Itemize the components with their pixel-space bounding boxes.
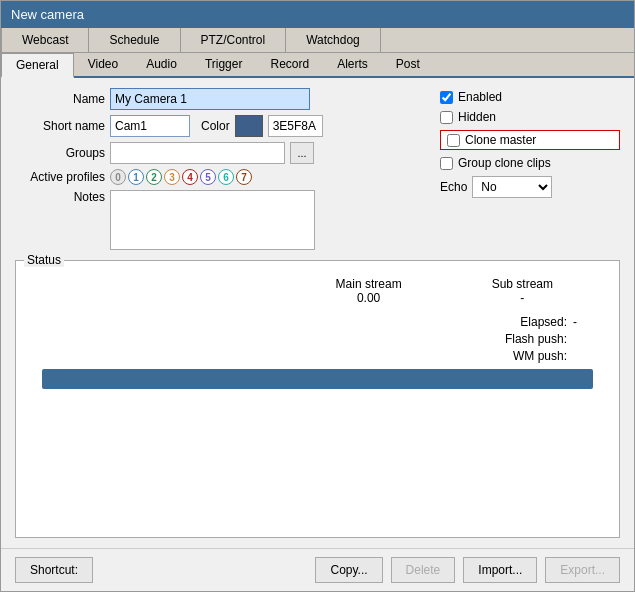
clone-master-checkbox[interactable]: [447, 134, 460, 147]
flash-push-value: [573, 332, 603, 346]
group-clone-clips-checkbox[interactable]: [440, 157, 453, 170]
profile-badge-4[interactable]: 4: [182, 169, 198, 185]
form-section: Name Short name Color Groups ...: [15, 88, 620, 250]
echo-row: Echo No Yes: [440, 176, 620, 198]
main-stream-value: 0.00: [357, 291, 380, 305]
profile-badge-1[interactable]: 1: [128, 169, 144, 185]
clone-master-label: Clone master: [465, 133, 536, 147]
import-button[interactable]: Import...: [463, 557, 537, 583]
echo-label: Echo: [440, 180, 467, 194]
tab-alerts[interactable]: Alerts: [323, 53, 382, 76]
name-input[interactable]: [110, 88, 310, 110]
short-name-label: Short name: [15, 119, 105, 133]
elapsed-key: Elapsed:: [520, 315, 567, 329]
color-label: Color: [201, 119, 230, 133]
name-label: Name: [15, 92, 105, 106]
notes-label: Notes: [15, 190, 105, 204]
content-area: Name Short name Color Groups ...: [1, 78, 634, 548]
profile-badge-2[interactable]: 2: [146, 169, 162, 185]
export-button[interactable]: Export...: [545, 557, 620, 583]
status-section-label: Status: [24, 253, 64, 267]
right-panel: Enabled Hidden Clone master Group clone …: [440, 88, 620, 250]
enabled-label: Enabled: [458, 90, 502, 104]
profile-badge-7[interactable]: 7: [236, 169, 252, 185]
hidden-label: Hidden: [458, 110, 496, 124]
profile-badge-5[interactable]: 5: [200, 169, 216, 185]
tab-post[interactable]: Post: [382, 53, 434, 76]
sub-stream-label: Sub stream: [492, 277, 553, 291]
profile-badge-3[interactable]: 3: [164, 169, 180, 185]
groups-label: Groups: [15, 146, 105, 160]
status-section: Status Main stream 0.00 Sub stream - Ela…: [15, 260, 620, 538]
enabled-row: Enabled: [440, 90, 620, 104]
main-stream-label: Main stream: [336, 277, 402, 291]
notes-textarea[interactable]: [110, 190, 315, 250]
window-title: New camera: [11, 7, 84, 22]
tab-audio[interactable]: Audio: [132, 53, 191, 76]
active-profiles-label: Active profiles: [15, 170, 105, 184]
top-tab-bar: Webcast Schedule PTZ/Control Watchdog: [1, 28, 634, 53]
tab-webcast[interactable]: Webcast: [1, 28, 89, 52]
elapsed-row: Elapsed: -: [520, 315, 603, 329]
group-clone-clips-label: Group clone clips: [458, 156, 551, 170]
tab-schedule[interactable]: Schedule: [89, 28, 180, 52]
shortcut-button[interactable]: Shortcut:: [15, 557, 93, 583]
hidden-checkbox[interactable]: [440, 111, 453, 124]
short-name-input[interactable]: [110, 115, 190, 137]
flash-push-row: Flash push:: [505, 332, 603, 346]
tab-video[interactable]: Video: [74, 53, 132, 76]
main-stream-block: Main stream 0.00: [336, 277, 402, 305]
tab-trigger[interactable]: Trigger: [191, 53, 257, 76]
profile-badges: 0 1 2 3 4 5 6 7: [110, 169, 252, 185]
main-window: New camera Webcast Schedule PTZ/Control …: [0, 0, 635, 592]
name-row: Name: [15, 88, 420, 110]
groups-browse-button[interactable]: ...: [290, 142, 314, 164]
wm-push-key: WM push:: [513, 349, 567, 363]
status-streams: Main stream 0.00 Sub stream -: [32, 277, 603, 305]
groups-row: Groups ...: [15, 142, 420, 164]
left-form: Name Short name Color Groups ...: [15, 88, 420, 250]
short-name-row: Short name Color: [15, 115, 420, 137]
echo-select[interactable]: No Yes: [472, 176, 552, 198]
status-inner: Main stream 0.00 Sub stream - Elapsed: -…: [22, 267, 613, 398]
tab-general[interactable]: General: [1, 53, 74, 78]
tab-record[interactable]: Record: [256, 53, 323, 76]
sub-tab-bar: General Video Audio Trigger Record Alert…: [1, 53, 634, 78]
bottom-buttons: Shortcut: Copy... Delete Import... Expor…: [1, 548, 634, 591]
title-bar: New camera: [1, 1, 634, 28]
notes-row: Notes: [15, 190, 420, 250]
group-clone-clips-row: Group clone clips: [440, 156, 620, 170]
sub-stream-value: -: [520, 291, 524, 305]
active-profiles-row: Active profiles 0 1 2 3 4 5 6 7: [15, 169, 420, 185]
wm-push-row: WM push:: [513, 349, 603, 363]
profile-badge-0[interactable]: 0: [110, 169, 126, 185]
wm-push-value: [573, 349, 603, 363]
groups-input[interactable]: [110, 142, 285, 164]
sub-stream-block: Sub stream -: [492, 277, 553, 305]
copy-button[interactable]: Copy...: [315, 557, 382, 583]
flash-push-key: Flash push:: [505, 332, 567, 346]
color-picker[interactable]: [235, 115, 263, 137]
progress-bar: [42, 369, 593, 389]
clone-master-box: Clone master: [440, 130, 620, 150]
hidden-row: Hidden: [440, 110, 620, 124]
profile-badge-6[interactable]: 6: [218, 169, 234, 185]
elapsed-value: -: [573, 315, 603, 329]
tab-watchdog[interactable]: Watchdog: [286, 28, 381, 52]
status-rows: Elapsed: - Flash push: WM push:: [32, 315, 603, 363]
color-hex-input[interactable]: [268, 115, 323, 137]
delete-button[interactable]: Delete: [391, 557, 456, 583]
enabled-checkbox[interactable]: [440, 91, 453, 104]
tab-ptz-control[interactable]: PTZ/Control: [181, 28, 287, 52]
